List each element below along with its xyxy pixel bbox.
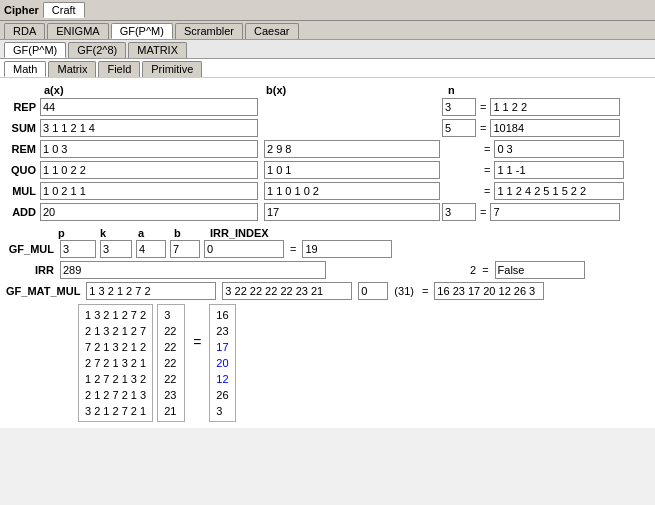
tab-rda[interactable]: RDA [4,23,45,39]
add-label: ADD [6,206,38,218]
mul-row: MUL = [6,182,649,200]
gfmatmul-n31: (31) [392,285,416,297]
irr-value-input[interactable] [60,261,326,279]
quo-result-input[interactable] [494,161,624,179]
irr-row: IRR 2 = [6,261,649,279]
modetab-matrix[interactable]: Matrix [48,61,96,77]
matrix-result-row-3: 20 [216,355,228,371]
tab-gfpm[interactable]: GF(P^M) [111,23,173,39]
sum-n-input[interactable] [442,119,476,137]
tab-enigma[interactable]: ENIGMA [47,23,108,39]
sum-result-input[interactable] [490,119,620,137]
gfmatmul-row: GF_MAT_MUL (31) = [6,282,649,300]
tab-scrambler[interactable]: Scrambler [175,23,243,39]
matrix-left-row-6: 3 2 1 2 7 2 1 [85,403,146,419]
gfmul-headers: p k a b IRR_INDEX [6,227,649,239]
sum-equals: = [478,122,488,134]
rem-result-input[interactable] [494,140,624,158]
quo-bx-input[interactable] [264,161,440,179]
quo-ax-input[interactable] [40,161,258,179]
craft-tab[interactable]: Craft [43,2,85,18]
gfmul-result-input[interactable] [302,240,392,258]
subtab-gf28[interactable]: GF(2^8) [68,42,126,58]
modetab-field[interactable]: Field [98,61,140,77]
mul-equals: = [482,185,492,197]
gfmatmul-m2-input[interactable] [222,282,352,300]
gfmul-a-input[interactable] [136,240,166,258]
app-name: Cipher [4,4,43,16]
add-equals: = [478,206,488,218]
gfmul-p-input[interactable] [60,240,96,258]
tab-caesar[interactable]: Caesar [245,23,298,39]
matrix-left-row-4: 1 2 7 2 1 3 2 [85,371,146,387]
rep-equals: = [478,101,488,113]
matrix-left-row-5: 2 1 2 7 2 1 3 [85,387,146,403]
rep-row: REP = [6,98,649,116]
left-matrix: 1 3 2 1 2 7 2 2 1 3 2 1 2 7 7 2 1 3 2 1 … [78,304,153,422]
add-n-input[interactable] [442,203,476,221]
mul-ax-input[interactable] [40,182,258,200]
mul-label: MUL [6,185,38,197]
rep-n-input[interactable] [442,98,476,116]
gfmul-row: GF_MUL = [6,240,649,258]
sub-tab-bar: GF(P^M) GF(2^8) MATRIX [0,40,655,59]
header-irrindex: IRR_INDEX [210,227,310,239]
matrix-right-row-0: 3 [164,307,178,323]
add-row: ADD = [6,203,649,221]
main-tab-bar: RDA ENIGMA GF(P^M) Scrambler Caesar [0,21,655,40]
matrix-left-row-1: 2 1 3 2 1 2 7 [85,323,146,339]
header-n: n [446,84,466,96]
matrix-left-row-2: 7 2 1 3 2 1 2 [85,339,146,355]
sum-row: SUM = [6,119,649,137]
gfmatmul-n-input[interactable] [358,282,388,300]
result-matrix: 16 23 17 20 12 26 3 [209,304,235,422]
rep-result-input[interactable] [490,98,620,116]
irr-result-input[interactable] [495,261,585,279]
matrix-left-row-3: 2 7 2 1 3 2 1 [85,355,146,371]
rem-row: REM = [6,140,649,158]
sum-label: SUM [6,122,38,134]
matrix-right-row-2: 22 [164,339,178,355]
gfmatmul-equals: = [420,285,430,297]
header-bx: b(x) [264,84,444,96]
rep-label: REP [6,101,38,113]
matrix-result-row-6: 3 [216,403,228,419]
irr-n2: 2 [330,264,476,276]
rem-ax-input[interactable] [40,140,258,158]
quo-row: QUO = [6,161,649,179]
sum-ax-input[interactable] [40,119,258,137]
rem-bx-input[interactable] [264,140,440,158]
matrix-right-row-5: 23 [164,387,178,403]
header-a: a [138,227,172,239]
matrix-result-row-2: 17 [216,339,228,355]
gfmul-b-input[interactable] [170,240,200,258]
add-result-input[interactable] [490,203,620,221]
mul-result-input[interactable] [494,182,624,200]
header-k: k [100,227,136,239]
add-ax-input[interactable] [40,203,258,221]
gfmul-irrindex-input[interactable] [204,240,284,258]
matrix-left-row-0: 1 3 2 1 2 7 2 [85,307,146,323]
gfmatmul-result-input[interactable] [434,282,544,300]
matrix-result-row-0: 16 [216,307,228,323]
matrix-right-row-4: 22 [164,371,178,387]
subtab-matrix[interactable]: MATRIX [128,42,187,58]
col-headers: a(x) b(x) n [6,84,649,96]
mode-tab-bar: Math Matrix Field Primitive [0,59,655,78]
rep-ax-input[interactable] [40,98,258,116]
quo-label: QUO [6,164,38,176]
mul-bx-input[interactable] [264,182,440,200]
modetab-math[interactable]: Math [4,61,46,77]
add-bx-input[interactable] [264,203,440,221]
header-b: b [174,227,208,239]
matrix-right-row-1: 22 [164,323,178,339]
matrix-result-row-5: 26 [216,387,228,403]
gfmul-equals: = [288,243,298,255]
gfmatmul-label: GF_MAT_MUL [6,285,82,297]
matrix-right-row-3: 22 [164,355,178,371]
gfmul-k-input[interactable] [100,240,132,258]
modetab-primitive[interactable]: Primitive [142,61,202,77]
gfmatmul-m1-input[interactable] [86,282,216,300]
subtab-gfpm[interactable]: GF(P^M) [4,42,66,58]
matrix-result-row-4: 12 [216,371,228,387]
